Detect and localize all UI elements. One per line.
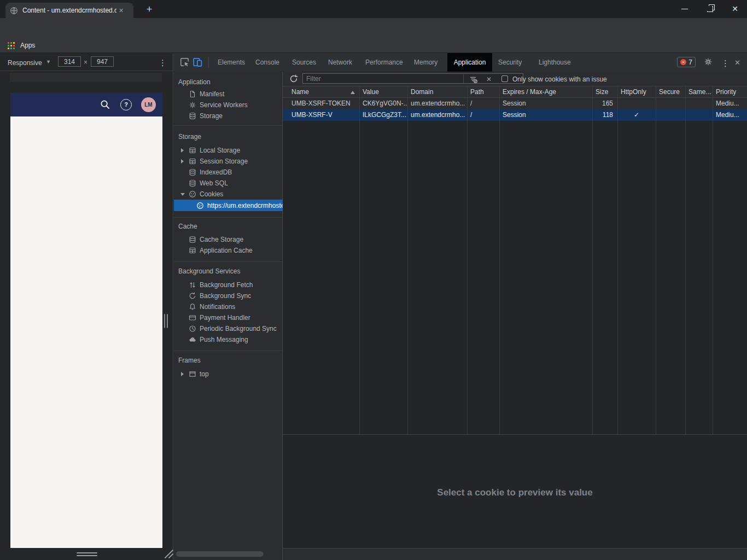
tab-performance[interactable]: Performance <box>365 53 403 72</box>
sidebar-item-cookies[interactable]: Cookies <box>174 189 283 200</box>
column-header-samesite[interactable]: Same... <box>685 86 713 97</box>
cloud-icon <box>189 336 196 343</box>
sidebar-item-notifications[interactable]: Notifications <box>174 301 283 312</box>
section-divider <box>174 351 282 351</box>
window-close-button[interactable]: ✕ <box>724 0 746 18</box>
column-header-httponly[interactable]: HttpOnly <box>617 86 656 97</box>
sidebar-item-background-fetch[interactable]: Background Fetch <box>174 279 283 290</box>
new-tab-button[interactable]: + <box>142 2 156 16</box>
sort-ascending-icon <box>351 91 355 94</box>
apps-grid-icon[interactable] <box>8 42 15 49</box>
sidebar-item-application-cache[interactable]: Application Cache <box>174 245 283 256</box>
emulation-scroll-strip <box>10 73 162 82</box>
tab-lighthouse[interactable]: Lighthouse <box>539 53 571 72</box>
expander-collapsed-icon[interactable] <box>181 148 184 153</box>
cookie-row-umb-xsrf-v-selected[interactable]: UMB-XSRF-V ILkGCGgZ3T... um.extendcrmho.… <box>283 109 747 121</box>
httponly-check: ✓ <box>617 109 656 121</box>
sidebar-item-payment-handler[interactable]: Payment Handler <box>174 312 283 323</box>
chevron-down-icon: ▼ <box>46 59 51 65</box>
viewport-resize-handle[interactable] <box>77 552 97 553</box>
browser-tab[interactable]: Content - um.extendcrmhosted.c ✕ <box>5 3 133 18</box>
column-header-path[interactable]: Path <box>467 86 499 97</box>
tab-elements[interactable]: Elements <box>218 53 245 72</box>
restore-icon <box>707 6 713 12</box>
window-restore-button[interactable] <box>699 0 721 18</box>
tab-application[interactable]: Application <box>447 53 492 72</box>
viewport-width-input[interactable] <box>58 56 81 67</box>
column-header-secure[interactable]: Secure <box>656 86 685 97</box>
devtools-settings-gear-icon[interactable] <box>704 57 713 66</box>
sidebar-item-web-sql[interactable]: Web SQL <box>174 178 283 189</box>
sidebar-item-session-storage[interactable]: Session Storage <box>174 156 283 167</box>
cookies-toolbar: ✕ Only show cookies with an issue <box>283 72 747 86</box>
expander-collapsed-icon[interactable] <box>181 159 184 164</box>
grid-line <box>359 86 360 434</box>
sidebar-item-push-messaging[interactable]: Push Messaging <box>174 334 283 345</box>
viewport-resize-handle[interactable] <box>77 555 97 556</box>
grid-line <box>499 86 500 434</box>
refresh-icon[interactable] <box>289 74 298 83</box>
sidebar-item-cookie-origin-selected[interactable]: https://um.extendcrmhoste <box>174 200 283 211</box>
grid-line <box>617 86 618 434</box>
tab-memory[interactable]: Memory <box>414 53 437 72</box>
page-header: ? LM <box>10 92 162 116</box>
clear-icon[interactable]: ✕ <box>486 75 492 83</box>
grid-line <box>467 86 468 434</box>
database-icon <box>189 112 196 120</box>
devtools-close-icon[interactable]: ✕ <box>734 59 740 67</box>
search-icon[interactable] <box>100 99 111 110</box>
sidebar-item-local-storage[interactable]: Local Storage <box>174 145 283 156</box>
panel-drag-handle[interactable] <box>167 314 168 328</box>
help-icon[interactable]: ? <box>120 99 132 110</box>
cookie-row-umb-xsrf-token[interactable]: UMB-XSRF-TOKEN CK6YgVG0N-... um.extendcr… <box>283 98 747 109</box>
error-badge[interactable]: × 7 <box>677 57 696 67</box>
column-header-size[interactable]: Size <box>592 86 617 97</box>
apps-bookmark[interactable]: Apps <box>20 42 35 49</box>
sidebar-item-periodic-background-sync[interactable]: Periodic Background Sync <box>174 323 283 334</box>
window-minimize-button[interactable]: — <box>674 0 696 18</box>
column-header-value[interactable]: Value <box>359 86 407 97</box>
sidebar-item-frame-top[interactable]: top <box>174 369 283 380</box>
toolbar-separator <box>208 57 209 68</box>
sidebar-item-storage[interactable]: Storage <box>174 110 283 121</box>
section-title-cache: Cache <box>178 223 197 230</box>
column-header-priority[interactable]: Priority <box>713 86 747 97</box>
sidebar-item-manifest[interactable]: Manifest <box>174 89 283 100</box>
emulated-page: ? LM <box>10 92 162 548</box>
sidebar-item-indexeddb[interactable]: IndexedDB <box>174 167 283 178</box>
dimension-separator: × <box>84 59 87 66</box>
column-header-expires[interactable]: Expires / Max-Age <box>499 86 592 97</box>
issue-filter-checkbox[interactable] <box>501 75 508 82</box>
expander-collapsed-icon[interactable] <box>181 372 184 376</box>
sidebar-item-background-sync[interactable]: Background Sync <box>174 290 283 301</box>
sidebar-horizontal-scrollbar[interactable] <box>176 551 264 557</box>
inspect-element-icon[interactable] <box>180 57 189 67</box>
database-icon <box>189 179 196 187</box>
viewport-height-input[interactable] <box>91 56 114 67</box>
issue-filter-label: Only show cookies with an issue <box>512 75 607 83</box>
page-user-avatar[interactable]: LM <box>141 97 156 112</box>
cookies-panel: ✕ Only show cookies with an issue Name V… <box>283 72 747 560</box>
devtools-menu-kebab-icon[interactable]: ⋮ <box>721 59 730 68</box>
tab-sources[interactable]: Sources <box>292 53 316 72</box>
corner-resize-icon[interactable] <box>163 548 174 559</box>
column-header-name[interactable]: Name <box>283 86 359 97</box>
clear-filter-icon[interactable] <box>469 75 478 84</box>
device-toolbar-kebab-icon[interactable]: ⋮ <box>159 58 167 68</box>
tab-close-icon[interactable]: ✕ <box>119 7 124 14</box>
section-title-frames: Frames <box>178 357 201 364</box>
sidebar-item-cache-storage[interactable]: Cache Storage <box>174 234 283 245</box>
panel-drag-handle[interactable] <box>164 314 165 328</box>
sidebar-item-service-workers[interactable]: Service Workers <box>174 100 283 110</box>
expander-expanded-icon[interactable] <box>180 193 185 196</box>
column-header-domain[interactable]: Domain <box>407 86 467 97</box>
grid-line <box>713 86 713 434</box>
toolbar-separator <box>463 74 464 83</box>
database-icon <box>189 168 196 176</box>
tab-console[interactable]: Console <box>255 53 279 72</box>
responsive-mode-dropdown[interactable]: Responsive <box>8 59 42 67</box>
device-toolbar-toggle-icon[interactable] <box>193 57 202 67</box>
tab-security[interactable]: Security <box>498 53 522 72</box>
tab-network[interactable]: Network <box>328 53 352 72</box>
clock-icon <box>189 325 196 332</box>
